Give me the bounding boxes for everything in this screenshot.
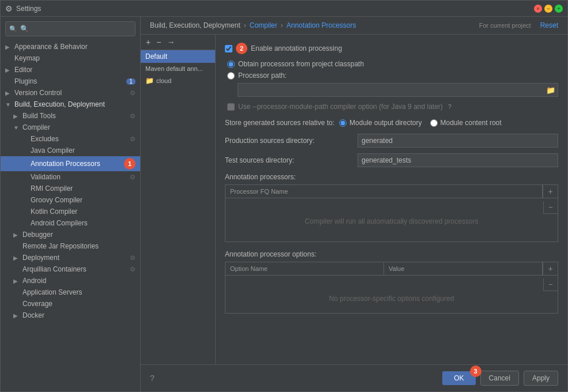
sidebar-item-debugger[interactable]: ▶ Debugger xyxy=(1,229,140,240)
module-content-root-radio[interactable] xyxy=(430,119,438,127)
processor-options-side-btns: − xyxy=(543,278,558,291)
sidebar-item-compiler[interactable]: ▼ Compiler xyxy=(1,122,140,133)
processor-options-empty: No processor-specific options configured xyxy=(329,295,454,303)
processor-path-radio[interactable] xyxy=(227,72,235,80)
annotation-processors-badge: 1 xyxy=(124,158,136,169)
sidebar-item-keymap[interactable]: ▶ Keymap xyxy=(1,52,140,64)
processor-options-header: Option Name Value + xyxy=(225,262,558,276)
sidebar-item-version-control[interactable]: ▶ Version Control ⚙ xyxy=(1,87,140,99)
ok-button[interactable]: OK 3 xyxy=(442,371,475,385)
gear-icon: ⚙ xyxy=(130,174,136,181)
reset-button[interactable]: Reset xyxy=(540,21,558,29)
sidebar-item-validation[interactable]: ▶ Validation ⚙ xyxy=(1,171,140,183)
store-sources-label: Store generated sources relative to: xyxy=(225,119,334,127)
sidebar-item-remote-jar-repos[interactable]: ▶ Remote Jar Repositories xyxy=(1,240,140,252)
profile-item-maven[interactable]: Maven default ann... xyxy=(141,63,215,74)
annotation-processors-empty: Compiler will run all automatically disc… xyxy=(305,217,479,225)
sidebar-item-annotation-processors[interactable]: ▶ Annotation Processors 1 xyxy=(1,156,140,171)
sidebar-item-label: Build Tools xyxy=(22,112,127,120)
sidebar-item-android[interactable]: ▶ Android xyxy=(1,275,140,287)
processor-path-input-wrap: 📁 xyxy=(238,83,558,97)
folder-icon: 📁 xyxy=(145,77,154,85)
chevron-icon: ▶ xyxy=(13,113,21,119)
processor-fq-name-header: Processor FQ Name xyxy=(225,185,543,198)
browse-folder-button[interactable]: 📁 xyxy=(546,86,555,95)
obtain-processors-radio[interactable] xyxy=(227,61,235,68)
sidebar-item-build-execution-deployment[interactable]: ▼ Build, Execution, Deployment xyxy=(1,99,140,110)
content-area: 🔍 ▶ Appearance & Behavior ▶ Keymap ▶ Edi… xyxy=(1,17,567,391)
profile-folder-label: cloud xyxy=(156,77,171,84)
gear-icon: ⚙ xyxy=(130,89,136,97)
close-button[interactable]: × xyxy=(534,5,542,13)
sidebar-item-appearance-behavior[interactable]: ▶ Appearance & Behavior xyxy=(1,41,140,52)
search-box[interactable]: 🔍 xyxy=(5,21,136,36)
add-profile-button[interactable]: + xyxy=(144,37,152,47)
window-controls: × − + xyxy=(534,5,563,13)
search-input[interactable] xyxy=(20,25,131,33)
sidebar-item-editor[interactable]: ▶ Editor xyxy=(1,64,140,76)
sidebar-item-label: Deployment xyxy=(22,254,127,262)
sidebar-item-rmi-compiler[interactable]: ▶ RMI Compiler xyxy=(1,183,140,194)
obtain-processors-row: Obtain processors from project classpath xyxy=(225,60,558,68)
breadcrumb-sep2: › xyxy=(281,21,283,29)
profile-item-default[interactable]: Default xyxy=(141,50,215,63)
chevron-icon: ▶ xyxy=(5,44,13,50)
production-sources-input[interactable] xyxy=(358,134,558,148)
remove-option-button[interactable]: − xyxy=(543,278,558,291)
sidebar-item-label: Editor xyxy=(14,66,136,74)
sidebar-item-label: Remote Jar Repositories xyxy=(22,242,136,250)
chevron-icon: ▶ xyxy=(5,67,13,73)
gear-icon: ⚙ xyxy=(130,254,136,262)
help-button[interactable]: ? xyxy=(150,374,155,383)
option-name-header: Option Name xyxy=(225,262,384,275)
sidebar-item-label: Appearance & Behavior xyxy=(14,43,136,51)
sidebar-item-label: Keymap xyxy=(14,54,136,62)
processor-path-input[interactable] xyxy=(240,86,546,94)
sidebar-item-build-tools[interactable]: ▶ Build Tools ⚙ xyxy=(1,110,140,122)
maximize-button[interactable]: + xyxy=(555,5,563,13)
move-profile-button[interactable]: → xyxy=(165,37,176,47)
sidebar-item-label: Android xyxy=(22,277,136,285)
badge-2: 2 xyxy=(236,43,247,54)
add-processor-button[interactable]: + xyxy=(546,186,554,197)
module-output-dir-radio[interactable] xyxy=(339,119,347,127)
sidebar-item-arquillian-containers[interactable]: ▶ Arquillian Containers ⚙ xyxy=(1,263,140,275)
sidebar-item-plugins[interactable]: ▶ Plugins 1 xyxy=(1,76,140,87)
remove-profile-button[interactable]: − xyxy=(155,37,163,47)
sidebar-item-label: Android Compilers xyxy=(31,219,136,227)
sidebar-item-label: Validation xyxy=(31,173,127,181)
sidebar-item-label: Debugger xyxy=(22,231,136,239)
sidebar-item-docker[interactable]: ▶ Docker xyxy=(1,310,140,321)
annotation-processors-body: Compiler will run all automatically disc… xyxy=(225,198,558,244)
test-sources-input[interactable] xyxy=(358,153,558,167)
sidebar-item-kotlin-compiler[interactable]: ▶ Kotlin Compiler xyxy=(1,206,140,217)
profile-folder-cloud[interactable]: 📁 cloud xyxy=(141,74,215,87)
sidebar-item-android-compilers[interactable]: ▶ Android Compilers xyxy=(1,217,140,229)
window-icon: ⚙ xyxy=(5,4,13,13)
sidebar-item-coverage[interactable]: ▶ Coverage xyxy=(1,298,140,310)
enable-annotation-processing-checkbox[interactable] xyxy=(225,45,232,52)
sidebar-item-label: Java Compiler xyxy=(31,146,136,154)
sidebar-item-label: Groovy Compiler xyxy=(31,196,136,204)
sidebar-item-excludes[interactable]: ▶ Excludes ⚙ xyxy=(1,133,140,145)
sidebar-item-groovy-compiler[interactable]: ▶ Groovy Compiler xyxy=(1,194,140,206)
remove-processor-button[interactable]: − xyxy=(543,201,558,214)
add-option-button[interactable]: + xyxy=(546,263,554,274)
breadcrumb-part2[interactable]: Compiler xyxy=(250,21,277,29)
ok-label: OK xyxy=(454,374,464,382)
gear-icon: ⚙ xyxy=(130,112,136,120)
production-sources-label: Production sources directory: xyxy=(225,137,358,145)
processor-options-body: No processor-specific options configured xyxy=(225,276,558,322)
minimize-button[interactable]: − xyxy=(544,5,552,13)
sidebar-item-label: Compiler xyxy=(22,123,136,131)
profile-panel: + − → Default Maven default ann... 📁 clo… xyxy=(141,35,216,364)
window-title: Settings xyxy=(16,5,534,13)
sidebar-item-label: Plugins xyxy=(14,77,126,85)
sidebar-item-java-compiler[interactable]: ▶ Java Compiler xyxy=(1,145,140,156)
sidebar-item-deployment[interactable]: ▶ Deployment ⚙ xyxy=(1,252,140,263)
obtain-processors-label: Obtain processors from project classpath xyxy=(238,60,364,68)
cancel-button[interactable]: Cancel xyxy=(480,371,519,386)
sidebar-item-application-servers[interactable]: ▶ Application Servers xyxy=(1,287,140,298)
processor-options-table: Option Name Value + No processor-specifi… xyxy=(225,262,558,314)
apply-button[interactable]: Apply xyxy=(524,371,558,386)
